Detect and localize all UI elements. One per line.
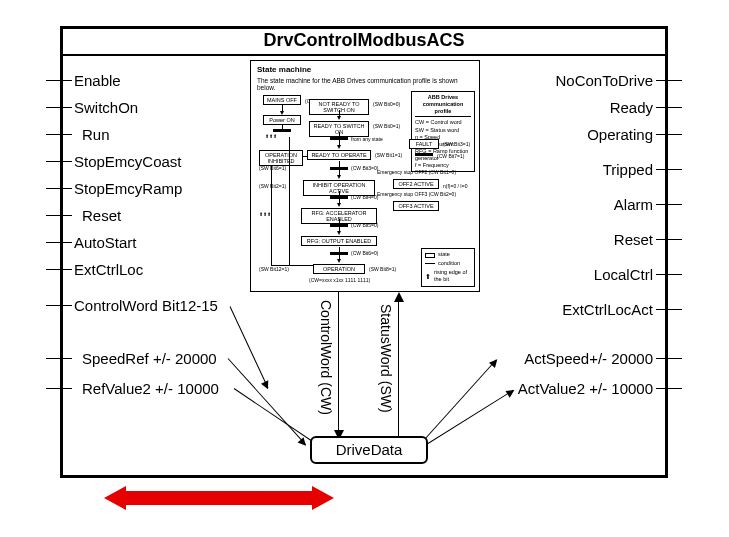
sm-annot: (SW Bit8=1) (369, 266, 396, 272)
sm-conn (339, 161, 340, 167)
state-ready-operate: READY TO OPERATE (307, 150, 371, 160)
sm-annot: Emergency stop OFF2 (CW Bit1=0) (377, 169, 456, 175)
sm-annot-arrow-icon: ⬆⬆⬆ (265, 133, 277, 139)
tick-cwbits (46, 305, 72, 306)
sm-bar (415, 153, 433, 156)
output-alarm: Alarm (614, 196, 653, 213)
sm-annot: (CW Bit5=0) (351, 222, 378, 228)
sw-arrow-line (398, 300, 399, 436)
output-extctrllocact: ExtCtrlLocAct (562, 301, 653, 318)
sm-conn (282, 125, 283, 129)
input-extctrlloc: ExtCtrlLoc (74, 261, 143, 278)
tick-stopemcycoast (46, 161, 72, 162)
state-operation: OPERATION (313, 264, 365, 274)
tick-alarm (656, 204, 682, 205)
tick-refvalue2 (46, 388, 72, 389)
tick-speedref (46, 358, 72, 359)
tick-actspeed (656, 358, 682, 359)
state-off2: OFF2 ACTIVE (393, 179, 439, 189)
controlword-label: ControlWord (CW) (318, 300, 334, 415)
sm-conn (289, 137, 290, 265)
sm-arrow (337, 175, 341, 179)
output-nocontodrive: NoConToDrive (555, 72, 653, 89)
input-switchon: SwitchOn (74, 99, 138, 116)
tick-localctrl (656, 274, 682, 275)
sm-annot: (SW Bit6=1) (259, 165, 286, 171)
sm-arrow (337, 116, 341, 120)
tick-nocontodrive (656, 80, 682, 81)
sm-conn (339, 247, 340, 252)
sm-conn (339, 219, 340, 224)
tick-stopemcyramp (46, 188, 72, 189)
state-off3: OFF3 ACTIVE (393, 201, 439, 211)
statusword-label: StatusWord (SW) (378, 304, 394, 413)
sm-annot: (CW Bit6=0) (351, 250, 378, 256)
input-speedref: SpeedRef +/- 20000 (82, 350, 217, 367)
input-run: Run (82, 126, 110, 143)
output-tripped: Tripped (603, 161, 653, 178)
input-autostart: AutoStart (74, 234, 137, 251)
state-rfg-output: RFG: OUTPUT ENABLED (301, 236, 377, 246)
drivedata-box: DriveData (310, 436, 428, 464)
sm-heading: State machine (257, 65, 473, 75)
state-fault: FAULT (409, 139, 439, 149)
output-actspeed: ActSpeed+/- 20000 (524, 350, 653, 367)
tick-autostart (46, 242, 72, 243)
tick-extctrllocact (656, 309, 682, 310)
tick-reset-out (656, 239, 682, 240)
input-reset: Reset (82, 207, 121, 224)
sm-conn (271, 265, 313, 266)
tick-ready (656, 107, 682, 108)
block-title: DrvControlModbusACS (60, 30, 668, 51)
cw-arrow-line (338, 292, 339, 434)
sm-annot: (CW Bit3=0) (351, 165, 378, 171)
output-operating: Operating (587, 126, 653, 143)
state-power-on: Power ON (263, 115, 301, 125)
tick-operating (656, 134, 682, 135)
output-ready: Ready (610, 99, 653, 116)
tick-run (46, 134, 72, 135)
input-refvalue2: RefValue2 +/- 10000 (82, 380, 219, 397)
input-cwbits: ControlWord Bit12-15 (74, 297, 218, 314)
sm-annot: (CW Bit4=0) (351, 194, 378, 200)
sm-bar (273, 129, 291, 132)
tick-tripped (656, 169, 682, 170)
sm-annot: (CW Bit7=1) (437, 153, 464, 159)
output-reset: Reset (614, 231, 653, 248)
sm-conn (339, 191, 340, 196)
input-enable: Enable (74, 72, 121, 89)
sm-arrow (337, 145, 341, 149)
sm-canvas: MAINS OFF Power ON (CW Bit0=0) ⬆⬆⬆ NOT R… (259, 95, 473, 287)
sm-annot: Emergency stop OFF3 (CW Bit2=0) (377, 191, 456, 197)
sm-arrow (337, 231, 341, 235)
sw-arrowhead-up-icon (394, 292, 404, 302)
state-machine-panel: State machine The state machine for the … (250, 60, 480, 292)
sm-annot: (SW Bit2=1) (259, 183, 286, 189)
state-op-inhib: OPERATION INHIBITED (259, 150, 303, 166)
input-stopemcycoast: StopEmcyCoast (74, 153, 182, 170)
tick-switchon (46, 107, 72, 108)
sm-annot: (CW=xxxx x1xx 1111 1111) (309, 277, 370, 283)
drivedata-variable-label: DriveData Variable (104, 486, 334, 510)
drivedata-variable-arrow: DriveData Variable (104, 486, 334, 510)
sm-conn (271, 165, 272, 265)
sm-annot: from any state (351, 136, 383, 142)
tick-reset-in (46, 215, 72, 216)
output-actvalue2: ActValue2 +/- 10000 (518, 380, 653, 397)
tick-extctrlloc (46, 269, 72, 270)
sm-annot: (SW Bit1=1) (375, 152, 402, 158)
sm-annot: (SW Bit3=1) (443, 141, 470, 147)
sm-annot: n(f)=0 / I=0 (443, 183, 467, 189)
input-stopemcyramp: StopEmcyRamp (74, 180, 182, 197)
sm-conn (339, 132, 340, 137)
sm-annot: (SW Bit0=0) (373, 101, 400, 107)
title-divider (60, 54, 668, 56)
tick-actvalue2 (656, 388, 682, 389)
sm-annot: (SW Bit12=1) (259, 266, 289, 272)
tick-enable (46, 80, 72, 81)
sm-conn (303, 156, 307, 157)
sm-annot-arrow-icon: ⬆⬆⬆ (259, 211, 271, 217)
sm-subtitle: The state machine for the ABB Drives com… (257, 77, 473, 93)
sm-annot: (SW Bit0=1) (373, 123, 400, 129)
output-localctrl: LocalCtrl (594, 266, 653, 283)
